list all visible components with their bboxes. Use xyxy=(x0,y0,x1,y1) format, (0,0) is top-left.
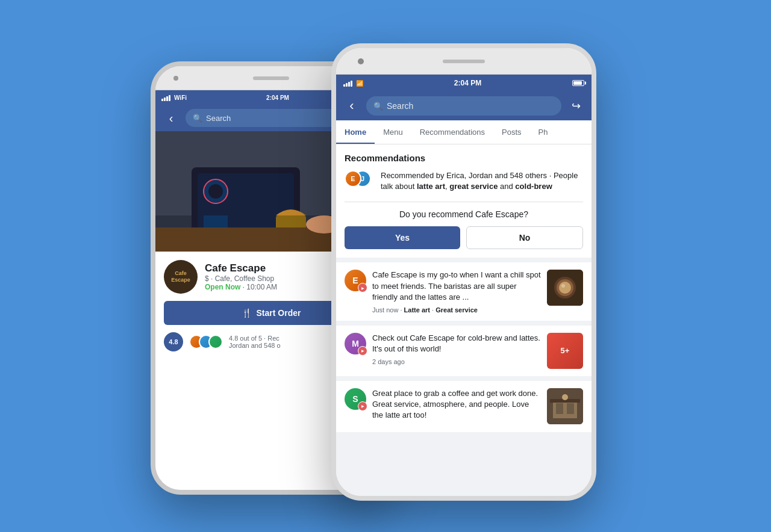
phone-front: 📶 2:04 PM ‹ 🔍 Search ↪ xyxy=(331,43,596,501)
review-text-1: Cafe Escape is my go-to when I want a ch… xyxy=(372,270,541,303)
phones-container: WiFi 2:04 PM ‹ 🔍 Search xyxy=(151,31,620,501)
review-thumb-1 xyxy=(547,270,583,306)
back-start-order-icon: 🍴 xyxy=(242,308,252,318)
back-speaker xyxy=(253,76,289,80)
review-text-3: Great place to grab a coffee and get wor… xyxy=(372,388,541,421)
front-nav-back-button[interactable]: ‹ xyxy=(342,96,361,116)
svg-point-20 xyxy=(562,394,568,400)
review-thumb-3 xyxy=(547,388,583,424)
front-signal-bar-4 xyxy=(351,81,352,87)
back-wifi-icon: WiFi xyxy=(174,94,187,101)
back-search-icon: 🔍 xyxy=(193,114,202,123)
review-thumb-2: 5+ xyxy=(547,333,583,369)
coffee-thumb-svg xyxy=(547,270,583,306)
phone-front-top-bar xyxy=(336,48,592,75)
front-nav-bar: ‹ 🔍 Search ↪ xyxy=(336,91,592,120)
front-battery-area xyxy=(572,80,584,86)
front-status-time: 2:04 PM xyxy=(454,79,481,87)
front-search-text: Search xyxy=(387,101,413,111)
front-search-icon: 🔍 xyxy=(373,102,383,111)
recommendations-title: Recommendations xyxy=(345,153,583,163)
back-camera-dot xyxy=(173,76,178,81)
signal-bar-3 xyxy=(166,96,168,101)
review-time-1: Just now xyxy=(372,306,398,314)
rec-avatar-1: E xyxy=(345,170,361,187)
review-play-badge-2 xyxy=(358,346,367,356)
svg-point-13 xyxy=(559,282,571,294)
back-cafe-name: Cafe Escape xyxy=(205,262,277,274)
signal-bar-2 xyxy=(164,97,166,101)
front-battery-icon xyxy=(572,80,584,86)
rec-question: Do you recommend Cafe Escape? xyxy=(345,209,583,219)
back-signal-bars xyxy=(161,94,170,101)
back-rating-avatars xyxy=(189,335,223,349)
svg-point-5 xyxy=(208,184,223,199)
review-card-1: E Cafe Escape is my go-to when I want a … xyxy=(336,262,592,321)
review-thumb-2-label: 5+ xyxy=(561,346,570,355)
rec-yes-button[interactable]: Yes xyxy=(345,226,460,249)
back-cafe-meta: $ · Cafe, Coffee Shop xyxy=(205,274,277,283)
rec-no-button[interactable]: No xyxy=(466,226,583,249)
front-battery-fill xyxy=(573,81,582,85)
back-avatar-3 xyxy=(208,335,223,349)
review-play-badge-1 xyxy=(358,283,367,292)
review-meta-2: 2 days ago xyxy=(372,358,541,365)
rec-summary-text: Recommended by Erica, Jordan and 548 oth… xyxy=(381,170,583,192)
back-cafe-category: $ · Cafe, Coffee Shop xyxy=(205,274,274,283)
back-cafe-hours: Open Now · 10:00 AM xyxy=(205,283,277,291)
back-rating-badge: 4.8 xyxy=(164,332,183,351)
review-avatar-1: E xyxy=(345,270,366,291)
review-body-3: Great place to grab a coffee and get wor… xyxy=(372,388,541,425)
back-rating-text: 4.8 out of 5 · Rec Jordan and 548 o xyxy=(229,335,281,349)
back-rating-sub: Jordan and 548 o xyxy=(229,342,281,349)
rec-avatars-stack: E J xyxy=(345,170,375,187)
back-status-time: 2:04 PM xyxy=(266,94,289,101)
review-card-2: M Check out Cafe Escape for cold-brew an… xyxy=(336,326,592,376)
front-phone-screen: 📶 2:04 PM ‹ 🔍 Search ↪ xyxy=(336,75,592,496)
review-body-2: Check out Cafe Escape for cold-brew and … xyxy=(372,333,541,369)
back-cafe-logo: CafeEscape xyxy=(164,260,198,294)
front-share-button[interactable]: ↪ xyxy=(566,96,585,116)
signal-bar-1 xyxy=(161,99,163,101)
svg-rect-18 xyxy=(567,403,574,414)
back-rating-main: 4.8 out of 5 · Rec xyxy=(229,335,281,342)
svg-point-14 xyxy=(561,284,565,288)
review-play-badge-3 xyxy=(358,401,367,411)
svg-rect-17 xyxy=(556,403,563,414)
tab-home[interactable]: Home xyxy=(336,120,375,144)
recommendations-section: Recommendations E J Recommended by Erica… xyxy=(336,144,592,258)
review-body-1: Cafe Escape is my go-to when I want a ch… xyxy=(372,270,541,314)
front-signal-area: 📶 xyxy=(343,79,363,87)
tab-menu[interactable]: Menu xyxy=(375,120,411,144)
rec-summary: E J Recommended by Erica, Jordan and 548… xyxy=(345,170,583,192)
tab-posts[interactable]: Posts xyxy=(493,120,530,144)
front-content-area: Recommendations E J Recommended by Erica… xyxy=(336,144,592,493)
tab-recommendations[interactable]: Recommendations xyxy=(411,120,493,144)
front-speaker xyxy=(443,60,485,63)
front-camera-dot xyxy=(358,58,364,64)
review-time-2: 2 days ago xyxy=(372,358,405,365)
front-tabs-bar: Home Menu Recommendations Posts Ph xyxy=(336,120,592,144)
back-nav-back-button[interactable]: ‹ xyxy=(161,108,181,128)
signal-bar-4 xyxy=(169,95,170,101)
tab-photos[interactable]: Ph xyxy=(530,120,557,144)
back-cafe-hours-val: 10:00 AM xyxy=(246,283,277,291)
back-start-order-label: Start Order xyxy=(257,308,301,318)
review-tag-great-service: Great service xyxy=(435,306,478,314)
front-signal-bars xyxy=(343,79,352,87)
back-rating-value: 4.8 xyxy=(169,338,178,345)
back-cafe-details: Cafe Escape $ · Cafe, Coffee Shop Open N… xyxy=(205,262,277,291)
review-avatar-3: S xyxy=(345,388,366,410)
review-tag-latte-art: Latte art xyxy=(404,306,430,314)
front-search-bar[interactable]: 🔍 Search xyxy=(366,96,561,116)
review-meta-1: Just now · Latte art · Great service xyxy=(372,306,541,314)
back-cafe-open: Open Now xyxy=(205,283,240,291)
front-signal-bar-3 xyxy=(348,82,350,87)
back-signal-area: WiFi xyxy=(161,94,187,101)
review-avatar-2: M xyxy=(345,333,366,354)
review-card-3: S Great place to grab a coffee and get w… xyxy=(336,381,592,432)
store-thumb-svg xyxy=(547,388,583,424)
front-wifi-icon: 📶 xyxy=(356,80,363,87)
front-status-bar: 📶 2:04 PM xyxy=(336,75,592,91)
rec-divider-1 xyxy=(345,202,583,202)
